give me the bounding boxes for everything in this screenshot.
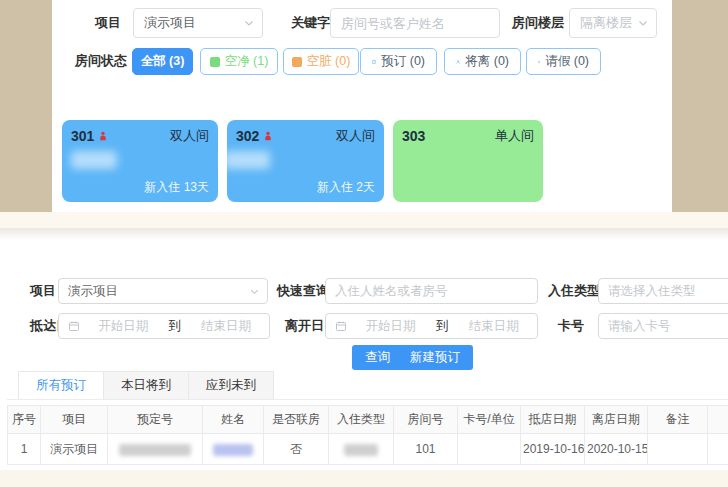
guest-name-redacted xyxy=(213,444,253,456)
page-background-right xyxy=(672,0,728,212)
vacant-dirty-square-icon xyxy=(292,57,302,67)
depart-date-label: 离开日 xyxy=(285,313,324,339)
new-booking-button[interactable]: 新建预订 xyxy=(397,345,473,370)
cell-booking-no xyxy=(108,434,203,465)
person-icon xyxy=(456,56,460,68)
status-filter-on-leave[interactable]: 请假 (0) xyxy=(526,48,601,75)
cell-card-unit xyxy=(458,434,521,465)
chevron-down-icon xyxy=(637,17,649,29)
cell-linked-room: 否 xyxy=(264,434,329,465)
room-type: 双人间 xyxy=(336,127,375,145)
checkin-type-redacted xyxy=(344,444,378,456)
status-filter-due-out[interactable]: 将离 (0) xyxy=(444,48,521,75)
floor-select-placeholder: 隔离楼层 xyxy=(570,14,637,32)
table-row[interactable]: 1 演示项目 否 101 2019-10-16 2020-10-15 xyxy=(8,434,728,465)
panel-gap xyxy=(0,212,728,228)
booking-no-redacted xyxy=(119,444,191,456)
status-filter-vacant-clean[interactable]: 空净 (1) xyxy=(200,48,278,75)
col-remark: 备注 xyxy=(648,406,708,434)
checkin-type-select[interactable] xyxy=(598,278,728,304)
room-card-302[interactable]: 302 双人间 新入住 2天 xyxy=(227,120,384,202)
col-project: 项目 xyxy=(41,406,108,434)
card-number-label: 卡号 xyxy=(558,313,584,339)
floor-label: 房间楼层 xyxy=(512,8,564,38)
reservations-panel: 项目 演示项目 快速查询 入住类型 抵达日 开始日期 到 结束日期 离开日 开始… xyxy=(0,228,728,470)
occupied-person-icon xyxy=(98,131,108,141)
room-card-footer: 新入住 13天 xyxy=(144,179,209,196)
screen: 项目 演示项目 关键字 房间楼层 隔离楼层 房间状态 全部 (3) 空净 (1)… xyxy=(0,0,728,487)
room-card-301[interactable]: 301 双人间 新入住 13天 xyxy=(62,120,218,202)
quick-search-label: 快速查询 xyxy=(277,278,329,304)
page-background-left xyxy=(0,0,52,212)
arrive-date-range[interactable]: 开始日期 到 结束日期 xyxy=(58,313,270,339)
page-bottom-band xyxy=(0,470,728,487)
keyword-input[interactable] xyxy=(330,8,500,38)
leave-icon xyxy=(538,56,540,68)
panel-top-shadow xyxy=(0,228,728,240)
col-booking-no: 预定号 xyxy=(108,406,203,434)
cell-seq: 1 xyxy=(8,434,41,465)
room-card-footer: 新入住 2天 xyxy=(317,179,375,196)
depart-date-range[interactable]: 开始日期 到 结束日期 xyxy=(325,313,538,339)
col-card-unit: 卡号/单位 xyxy=(458,406,521,434)
occupied-person-icon xyxy=(263,131,273,141)
room-type: 双人间 xyxy=(170,127,209,145)
project-select[interactable]: 演示项目 xyxy=(133,8,263,38)
chevron-down-icon xyxy=(249,286,260,297)
col-checkin-type: 入住类型 xyxy=(329,406,394,434)
tab-arriving-today[interactable]: 本日将到 xyxy=(103,371,189,399)
status-filter-due-out-label: 将离 (0) xyxy=(465,53,509,70)
tab-expected-not-arrived[interactable]: 应到未到 xyxy=(188,371,274,399)
status-filter-all[interactable]: 全部 (3) xyxy=(132,48,193,75)
col-room-no: 房间号 xyxy=(394,406,458,434)
col-arrive-date: 抵店日期 xyxy=(521,406,585,434)
card-number-input[interactable] xyxy=(598,313,728,339)
status-filter-on-leave-label: 请假 (0) xyxy=(545,53,589,70)
cell-remark xyxy=(648,434,708,465)
end-date-placeholder: 结束日期 xyxy=(183,318,269,335)
cell-project: 演示项目 xyxy=(41,434,108,465)
cell-name xyxy=(203,434,264,465)
reservation-tabs: 所有预订 本日将到 应到未到 xyxy=(7,372,728,400)
room-status-label: 房间状态 xyxy=(75,47,127,75)
quick-search-input[interactable] xyxy=(325,278,538,304)
floor-select[interactable]: 隔离楼层 xyxy=(569,8,657,38)
col-seq: 序号 xyxy=(8,406,41,434)
project-label: 项目 xyxy=(30,278,56,304)
col-name: 姓名 xyxy=(203,406,264,434)
guest-name-redacted xyxy=(224,151,270,169)
status-filter-vacant-dirty-label: 空脏 (0) xyxy=(307,53,351,70)
keyword-label: 关键字 xyxy=(291,8,330,38)
project-select[interactable]: 演示项目 xyxy=(58,278,268,304)
status-filter-reserved-label: 预订 (0) xyxy=(381,53,425,70)
date-range-to-label: 到 xyxy=(434,318,451,335)
status-filter-vacant-dirty[interactable]: 空脏 (0) xyxy=(283,48,359,75)
date-range-to-label: 到 xyxy=(166,318,183,335)
checkin-type-label: 入住类型 xyxy=(548,278,600,304)
room-number: 302 xyxy=(236,128,273,144)
query-button[interactable]: 查询 xyxy=(352,345,403,370)
col-linked-room: 是否联房 xyxy=(264,406,329,434)
vacant-clean-square-icon xyxy=(210,57,220,67)
cell-arrive-date: 2019-10-16 xyxy=(521,434,585,465)
project-select-value: 演示项目 xyxy=(134,14,243,32)
room-type: 单人间 xyxy=(495,127,534,145)
room-status-panel: 项目 演示项目 关键字 房间楼层 隔离楼层 房间状态 全部 (3) 空净 (1)… xyxy=(52,0,672,212)
reservations-table: 序号 项目 预定号 姓名 是否联房 入住类型 房间号 卡号/单位 抵店日期 离店… xyxy=(7,405,728,465)
cell-checkin-type xyxy=(329,434,394,465)
status-filter-vacant-clean-label: 空净 (1) xyxy=(225,53,269,70)
room-number: 301 xyxy=(71,128,108,144)
status-filter-reserved[interactable]: 预订 (0) xyxy=(360,48,437,75)
table-header-row: 序号 项目 预定号 姓名 是否联房 入住类型 房间号 卡号/单位 抵店日期 离店… xyxy=(8,406,728,434)
room-card-303[interactable]: 303 单人间 xyxy=(393,120,543,202)
cell-depart-date: 2020-10-15 xyxy=(585,434,648,465)
tab-all-reservations[interactable]: 所有预订 xyxy=(18,371,104,399)
status-filter-all-label: 全部 (3) xyxy=(141,53,185,70)
clipboard-check-icon xyxy=(372,56,376,68)
start-date-placeholder: 开始日期 xyxy=(347,318,434,335)
project-label: 项目 xyxy=(95,8,121,38)
calendar-icon xyxy=(335,320,347,332)
calendar-icon xyxy=(68,320,80,332)
project-select-value: 演示项目 xyxy=(59,283,249,300)
chevron-down-icon xyxy=(243,17,255,29)
